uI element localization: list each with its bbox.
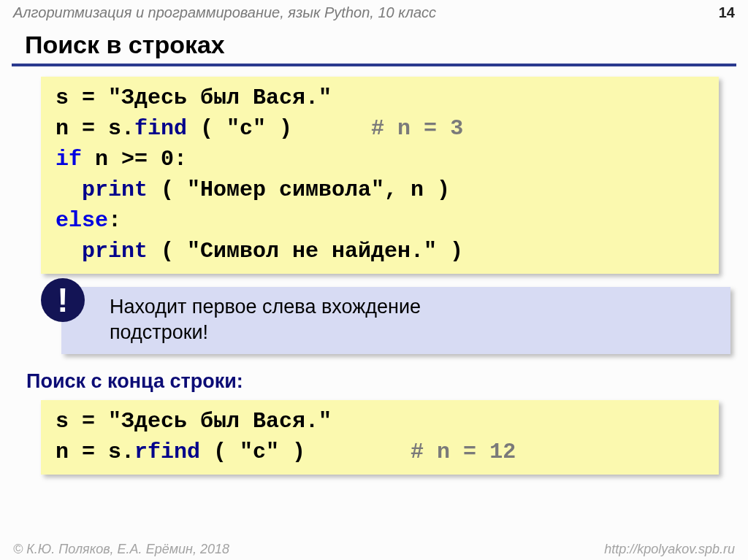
code-text: ( bbox=[200, 440, 240, 464]
copyright: © К.Ю. Поляков, Е.А. Ерёмин, 2018 bbox=[13, 542, 229, 557]
page-title: Поиск в строках bbox=[0, 22, 748, 64]
code-text: n >= bbox=[82, 147, 161, 172]
code-function: print bbox=[82, 239, 148, 264]
code-text: ) bbox=[437, 239, 463, 264]
code-text: s = bbox=[56, 85, 108, 110]
header: Алгоритмизация и программирование, язык … bbox=[0, 0, 748, 22]
code-string: "с" bbox=[240, 440, 279, 464]
code-keyword: else bbox=[56, 208, 108, 233]
code-text bbox=[56, 239, 82, 264]
code-text: n = s. bbox=[56, 116, 134, 141]
code-string: "Здесь был Вася." bbox=[108, 85, 332, 110]
course-title: Алгоритмизация и программирование, язык … bbox=[13, 4, 436, 21]
exclamation-icon: ! bbox=[41, 278, 85, 322]
code-text: , n ) bbox=[384, 177, 450, 202]
code-string: "Номер символа" bbox=[187, 177, 384, 202]
code-string: "Здесь был Вася." bbox=[108, 409, 332, 434]
page-number: 14 bbox=[719, 4, 735, 21]
code-text: : bbox=[174, 147, 187, 172]
code-number: 0 bbox=[161, 147, 174, 172]
code-text: ) bbox=[279, 440, 411, 464]
code-comment: # n = 12 bbox=[411, 440, 516, 464]
code-text: ( bbox=[148, 239, 187, 264]
title-underline bbox=[12, 64, 736, 66]
code-block-1: s = "Здесь был Вася." n = s.find ( "с" )… bbox=[41, 77, 719, 274]
note-line-1: Находит первое слева вхождение bbox=[110, 294, 716, 320]
code-text: n = s. bbox=[56, 440, 134, 464]
code-function: rfind bbox=[134, 440, 200, 464]
code-comment: # n = 3 bbox=[371, 116, 463, 141]
code-string: "с" bbox=[226, 116, 266, 141]
footer: © К.Ю. Поляков, Е.А. Ерёмин, 2018 http:/… bbox=[13, 542, 735, 557]
note-box: ! Находит первое слева вхождение подстро… bbox=[61, 287, 730, 354]
code-text: s = bbox=[56, 409, 108, 434]
subtitle: Поиск с конца строки: bbox=[0, 367, 748, 400]
code-text: ( bbox=[187, 116, 226, 141]
code-text: ( bbox=[148, 177, 187, 202]
footer-url: http://kpolyakov.spb.ru bbox=[604, 542, 735, 557]
code-text bbox=[56, 177, 82, 202]
code-string: "Символ не найден." bbox=[187, 239, 437, 264]
code-function: print bbox=[82, 177, 148, 202]
code-function: find bbox=[134, 116, 187, 141]
note-line-2: подстроки! bbox=[110, 320, 716, 345]
code-text: ) bbox=[266, 116, 371, 141]
code-keyword: if bbox=[56, 147, 82, 172]
code-block-2: s = "Здесь был Вася." n = s.rfind ( "с" … bbox=[41, 400, 719, 475]
code-text: : bbox=[108, 208, 121, 233]
